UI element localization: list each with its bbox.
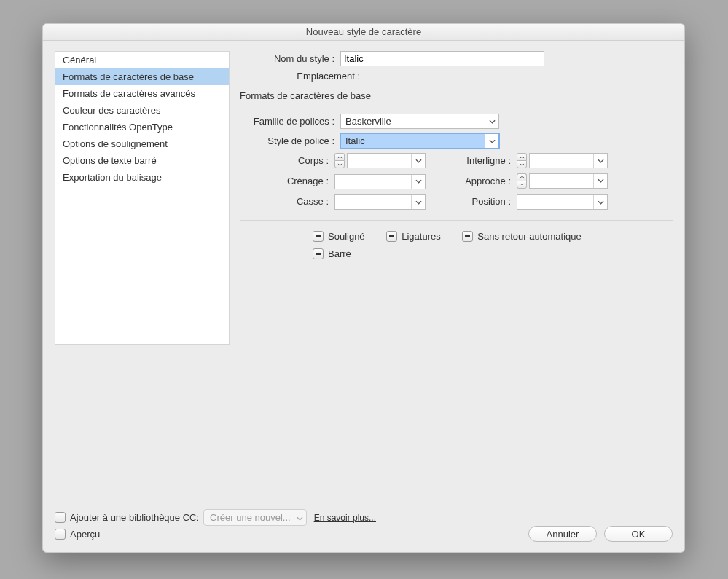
footer: Ajouter à une bibliothèque CC: Créer une… bbox=[55, 509, 673, 542]
preview-checkbox[interactable]: Aperçu bbox=[55, 529, 100, 540]
sidebar-item-color[interactable]: Couleur des caractères bbox=[55, 102, 229, 119]
sidebar-item-label: Exportation du balisage bbox=[63, 172, 162, 183]
stepper-up[interactable] bbox=[517, 153, 527, 160]
checkbox-icon bbox=[55, 512, 66, 523]
position-combo[interactable] bbox=[517, 194, 608, 210]
position-label: Position : bbox=[437, 196, 517, 207]
panel-title: Formats de caractères de base bbox=[240, 90, 673, 101]
preview-label: Aperçu bbox=[70, 529, 100, 540]
mixed-state-icon bbox=[386, 231, 397, 242]
size-combo[interactable] bbox=[347, 153, 426, 168]
font-family-value: Baskerville bbox=[341, 114, 485, 128]
chevron-down-icon bbox=[593, 174, 607, 188]
leading-combo[interactable] bbox=[529, 153, 608, 168]
ligatures-label: Ligatures bbox=[402, 231, 440, 242]
strike-check[interactable]: Barré bbox=[313, 248, 351, 259]
sidebar-item-basic-formats[interactable]: Formats de caractères de base bbox=[55, 68, 229, 85]
sidebar-item-advanced-formats[interactable]: Formats de caractères avancés bbox=[55, 85, 229, 102]
size-stepper[interactable] bbox=[334, 153, 345, 168]
nobreak-check[interactable]: Sans retour automatique bbox=[462, 231, 581, 242]
chevron-down-icon bbox=[485, 114, 498, 128]
sidebar-item-opentype[interactable]: Fonctionnalités OpenType bbox=[55, 119, 229, 135]
style-name-input[interactable] bbox=[340, 51, 544, 66]
cancel-label: Annuler bbox=[547, 529, 579, 540]
mixed-state-icon bbox=[313, 231, 324, 242]
cancel-button[interactable]: Annuler bbox=[528, 526, 597, 542]
chevron-down-icon bbox=[485, 134, 498, 148]
window-title: Nouveau style de caractère bbox=[306, 26, 421, 37]
stepper-up[interactable] bbox=[517, 173, 527, 181]
cc-library-value: Créer une nouvel... bbox=[210, 512, 291, 523]
nobreak-label: Sans retour automatique bbox=[477, 231, 581, 242]
ligatures-check[interactable]: Ligatures bbox=[386, 231, 440, 242]
sidebar-item-label: Formats de caractères de base bbox=[63, 71, 194, 82]
kerning-label: Crénage : bbox=[240, 176, 334, 186]
sidebar-item-label: Fonctionnalités OpenType bbox=[63, 122, 173, 133]
sidebar-item-underline[interactable]: Options de soulignement bbox=[55, 135, 229, 152]
leading-stepper[interactable] bbox=[517, 153, 527, 168]
checkbox-icon bbox=[55, 529, 66, 540]
location-label: Emplacement : bbox=[240, 71, 366, 82]
chevron-down-icon bbox=[411, 195, 425, 209]
chevron-down-icon bbox=[297, 512, 303, 523]
case-combo[interactable] bbox=[334, 194, 426, 210]
strike-label: Barré bbox=[328, 248, 351, 259]
sidebar-item-strikethrough[interactable]: Options de texte barré bbox=[55, 152, 229, 169]
add-cc-label: Ajouter à une bibliothèque CC: bbox=[70, 512, 199, 523]
ok-button[interactable]: OK bbox=[604, 526, 673, 542]
tracking-stepper[interactable] bbox=[517, 173, 527, 189]
category-sidebar: Général Formats de caractères de base Fo… bbox=[55, 51, 230, 345]
mixed-state-icon bbox=[462, 231, 473, 242]
mixed-state-icon bbox=[313, 248, 324, 259]
kerning-combo[interactable] bbox=[334, 174, 426, 189]
separator bbox=[240, 220, 673, 221]
font-family-label: Famille de polices : bbox=[240, 116, 340, 127]
stepper-down[interactable] bbox=[517, 181, 527, 189]
separator bbox=[240, 106, 673, 106]
font-family-combo[interactable]: Baskerville bbox=[340, 114, 499, 129]
leading-label: Interligne : bbox=[437, 155, 517, 166]
underline-check[interactable]: Souligné bbox=[313, 231, 365, 242]
sidebar-item-general[interactable]: Général bbox=[55, 52, 229, 68]
main-panel: Nom du style : Emplacement : Formats de … bbox=[230, 51, 673, 463]
stepper-down[interactable] bbox=[517, 160, 527, 168]
stepper-up[interactable] bbox=[334, 153, 345, 160]
font-style-label: Style de police : bbox=[240, 135, 340, 146]
add-cc-checkbox[interactable]: Ajouter à une bibliothèque CC: bbox=[55, 512, 199, 523]
font-style-combo[interactable]: Italic bbox=[340, 133, 499, 149]
chevron-down-icon bbox=[411, 154, 425, 168]
sidebar-item-label: Couleur des caractères bbox=[63, 105, 160, 116]
sidebar-item-label: Options de texte barré bbox=[63, 155, 157, 166]
sidebar-item-label: Formats de caractères avancés bbox=[63, 88, 195, 99]
tracking-label: Approche : bbox=[437, 176, 517, 186]
sidebar-item-label: Options de soulignement bbox=[63, 138, 168, 149]
sidebar-item-label: Général bbox=[63, 55, 96, 66]
tracking-combo[interactable] bbox=[529, 173, 608, 189]
chevron-down-icon bbox=[593, 195, 607, 209]
learn-more-link[interactable]: En savoir plus... bbox=[314, 513, 376, 523]
sidebar-item-tagging[interactable]: Exportation du balisage bbox=[55, 169, 229, 186]
ok-label: OK bbox=[632, 529, 646, 540]
chevron-down-icon bbox=[593, 154, 607, 168]
underline-label: Souligné bbox=[328, 231, 365, 242]
titlebar: Nouveau style de caractère bbox=[43, 24, 684, 41]
case-label: Casse : bbox=[240, 196, 334, 207]
cc-library-combo: Créer une nouvel... bbox=[203, 509, 307, 526]
size-label: Corps : bbox=[240, 155, 334, 166]
font-style-value: Italic bbox=[341, 134, 485, 148]
dialog-window: Nouveau style de caractère Général Forma… bbox=[42, 23, 685, 553]
chevron-down-icon bbox=[411, 175, 425, 189]
style-name-label: Nom du style : bbox=[240, 53, 340, 64]
stepper-down[interactable] bbox=[334, 160, 345, 168]
